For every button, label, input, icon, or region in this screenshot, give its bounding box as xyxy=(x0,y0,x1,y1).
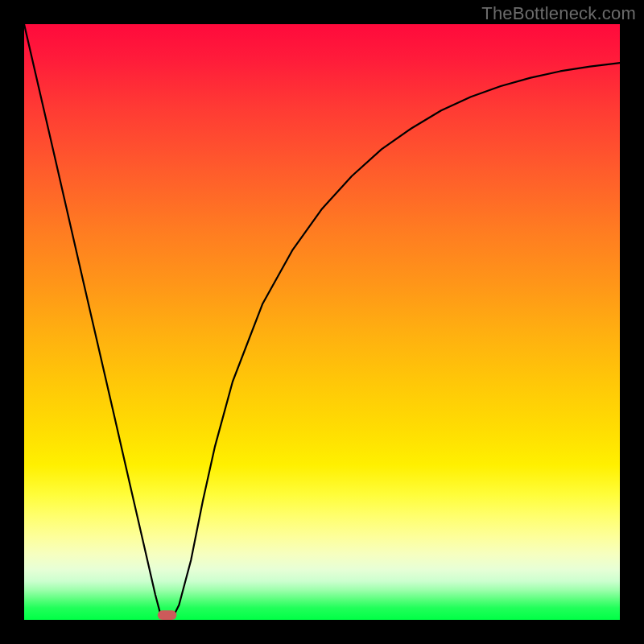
watermark-text: TheBottleneck.com xyxy=(481,3,636,24)
bottleneck-curve xyxy=(24,24,620,620)
chart-root: TheBottleneck.com xyxy=(0,0,644,644)
vertex-marker xyxy=(158,610,177,620)
curve-layer xyxy=(24,24,620,620)
plot-area xyxy=(24,24,620,620)
